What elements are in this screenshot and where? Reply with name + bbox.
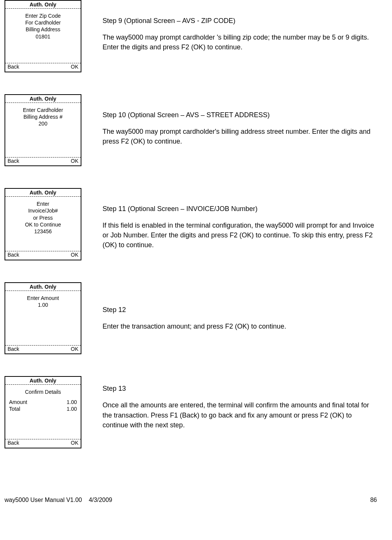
- terminal-kv-row: Total 1.00: [8, 405, 78, 412]
- terminal-footer: Back OK: [5, 439, 81, 448]
- step-description: Step 9 (Optional Screen – AVS - ZIP CODE…: [103, 0, 377, 59]
- terminal-line: Billing Address #: [8, 113, 78, 120]
- terminal-subtitle: Confirm Details: [8, 389, 78, 395]
- back-button[interactable]: Back: [8, 251, 19, 259]
- terminal-footer: Back OK: [5, 251, 81, 260]
- step-row: Auth. Only Enter Amount 1.00 Back OK Ste…: [5, 282, 377, 355]
- ok-button[interactable]: OK: [71, 251, 78, 259]
- step-description: Step 11 (Optional Screen – INVOICE/JOB N…: [103, 188, 377, 257]
- back-button[interactable]: Back: [8, 439, 19, 447]
- terminal-title: Auth. Only: [5, 283, 81, 291]
- step-description: Step 10 (Optional Screen – AVS – STREET …: [103, 94, 377, 153]
- terminal-body: Enter Zip Code For Cardholder Billing Ad…: [5, 9, 81, 63]
- terminal-body: Enter Amount 1.00: [5, 291, 81, 346]
- terminal-body: Enter Cardholder Billing Address # 200: [5, 103, 81, 158]
- terminal-body: Enter Invoice/Job# or Press OK to Contin…: [5, 197, 81, 251]
- kv-label: Amount: [9, 399, 27, 405]
- back-button[interactable]: Back: [8, 158, 19, 165]
- terminal-line: Enter Cardholder: [8, 107, 78, 113]
- terminal-line: Enter Amount: [8, 295, 78, 301]
- terminal-footer: Back OK: [5, 158, 81, 166]
- terminal-footer: Back OK: [5, 63, 81, 72]
- terminal-line: or Press: [8, 214, 78, 221]
- step-body: The way5000 may prompt cardholder's bill…: [103, 127, 377, 146]
- terminal-line: Billing Address: [8, 26, 78, 33]
- step-heading: Step 11 (Optional Screen – INVOICE/JOB N…: [103, 204, 377, 214]
- terminal-screen: Auth. Only Enter Amount 1.00 Back OK: [5, 282, 81, 355]
- terminal-line: OK to Continue: [8, 221, 78, 228]
- step-body: The way5000 may prompt cardholder 's bil…: [103, 32, 377, 52]
- terminal-line: For Cardholder: [8, 19, 78, 26]
- ok-button[interactable]: OK: [71, 439, 78, 447]
- terminal-screen: Auth. Only Confirm Details Amount 1.00 T…: [5, 376, 81, 448]
- terminal-title: Auth. Only: [5, 189, 81, 197]
- page-number: 86: [370, 497, 377, 503]
- step-row: Auth. Only Enter Cardholder Billing Addr…: [5, 94, 377, 167]
- ok-button[interactable]: OK: [71, 346, 78, 353]
- terminal-title: Auth. Only: [5, 1, 81, 9]
- terminal-title: Auth. Only: [5, 95, 81, 103]
- page-footer: way5000 User Manual V1.00 4/3/2009 86: [0, 485, 392, 511]
- terminal-body: Confirm Details Amount 1.00 Total 1.00: [5, 385, 81, 439]
- back-button[interactable]: Back: [8, 63, 19, 71]
- terminal-line: Enter: [8, 200, 78, 207]
- step-description: Step 13 Once all the amounts are entered…: [103, 376, 377, 436]
- footer-title: way5000 User Manual V1.00: [5, 497, 82, 503]
- terminal-footer: Back OK: [5, 346, 81, 354]
- terminal-line: 1.00: [8, 301, 78, 308]
- kv-value: 1.00: [67, 405, 77, 412]
- terminal-title: Auth. Only: [5, 377, 81, 385]
- footer-date: 4/3/2009: [89, 497, 112, 503]
- back-button[interactable]: Back: [8, 346, 19, 353]
- ok-button[interactable]: OK: [71, 158, 78, 165]
- terminal-line: 123456: [8, 228, 78, 235]
- step-row: Auth. Only Confirm Details Amount 1.00 T…: [5, 376, 377, 448]
- step-heading: Step 13: [103, 384, 377, 393]
- terminal-line: Enter Zip Code: [8, 12, 78, 19]
- step-body: Once all the amounts are entered, the te…: [103, 400, 377, 430]
- terminal-screen: Auth. Only Enter Zip Code For Cardholder…: [5, 0, 81, 72]
- step-heading: Step 9 (Optional Screen – AVS - ZIP CODE…: [103, 16, 377, 26]
- terminal-line: 200: [8, 120, 78, 127]
- step-heading: Step 10 (Optional Screen – AVS – STREET …: [103, 110, 377, 120]
- step-body: If this field is enabled in the terminal…: [103, 220, 377, 250]
- step-heading: Step 12: [103, 305, 286, 315]
- step-row: Auth. Only Enter Zip Code For Cardholder…: [5, 0, 377, 72]
- terminal-line: 01801: [8, 33, 78, 40]
- terminal-kv-row: Amount 1.00: [8, 399, 78, 405]
- terminal-screen: Auth. Only Enter Cardholder Billing Addr…: [5, 94, 81, 167]
- step-row: Auth. Only Enter Invoice/Job# or Press O…: [5, 188, 377, 260]
- step-description: Step 12 Enter the transaction amount; an…: [103, 282, 286, 338]
- step-body: Enter the transaction amount; and press …: [103, 321, 286, 331]
- kv-label: Total: [9, 405, 20, 412]
- ok-button[interactable]: OK: [71, 63, 78, 71]
- terminal-screen: Auth. Only Enter Invoice/Job# or Press O…: [5, 188, 81, 260]
- terminal-line: Invoice/Job#: [8, 207, 78, 214]
- kv-value: 1.00: [67, 399, 77, 405]
